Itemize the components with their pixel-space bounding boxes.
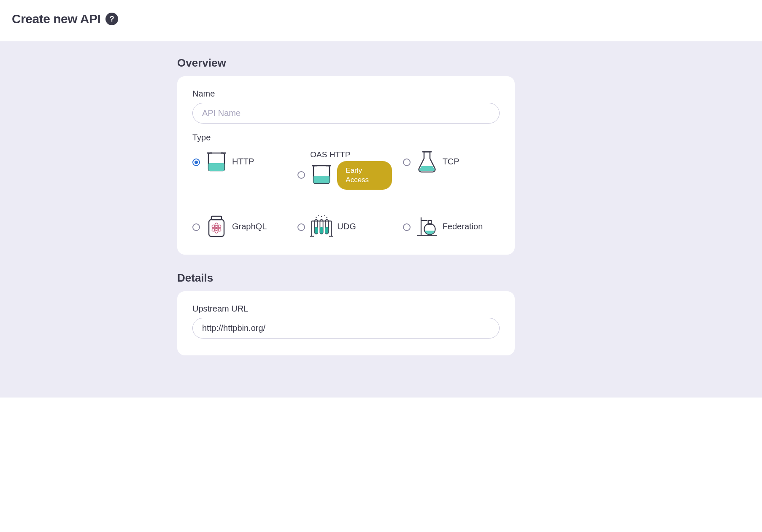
radio-http[interactable]: [192, 159, 200, 166]
upstream-url-input[interactable]: [192, 318, 500, 339]
type-option-http[interactable]: HTTP: [192, 150, 289, 190]
svg-rect-10: [211, 216, 222, 220]
type-label-oas-http: OAS HTTP: [310, 150, 350, 159]
beaker-icon: [310, 163, 333, 185]
radio-graphql[interactable]: [192, 223, 200, 231]
type-option-federation[interactable]: Federation: [403, 215, 500, 238]
early-access-badge: Early Access: [337, 161, 392, 190]
radio-tcp[interactable]: [403, 159, 411, 166]
svg-point-29: [318, 215, 319, 216]
type-option-tcp[interactable]: TCP: [403, 150, 500, 190]
test-tubes-icon: [310, 215, 333, 238]
api-name-input[interactable]: [192, 103, 500, 124]
svg-rect-25: [325, 227, 328, 234]
svg-rect-21: [315, 227, 318, 234]
type-option-udg[interactable]: UDG: [297, 215, 394, 238]
svg-rect-5: [313, 176, 330, 183]
svg-point-26: [316, 217, 317, 218]
svg-point-11: [215, 227, 218, 229]
type-label-graphql: GraphQL: [232, 222, 267, 231]
beaker-icon: [205, 150, 228, 173]
overview-section-title: Overview: [177, 56, 515, 70]
type-label-http: HTTP: [232, 157, 254, 167]
type-option-oas-http[interactable]: OAS HTTP Earl: [297, 150, 394, 190]
svg-rect-1: [208, 163, 224, 171]
type-label-tcp: TCP: [443, 157, 459, 167]
details-card: Upstream URL: [177, 291, 515, 355]
svg-point-28: [327, 217, 328, 218]
type-option-graphql[interactable]: GraphQL: [192, 215, 289, 238]
details-section-title: Details: [177, 271, 515, 285]
overview-card: Name Type: [177, 76, 515, 255]
type-label: Type: [192, 133, 500, 142]
jar-atom-icon: [205, 215, 228, 238]
svg-point-27: [321, 216, 322, 217]
radio-udg[interactable]: [297, 223, 305, 231]
stand-flask-icon: [416, 215, 438, 238]
svg-rect-23: [320, 227, 323, 234]
type-label-federation: Federation: [443, 222, 483, 231]
flask-icon: [416, 150, 438, 173]
name-label: Name: [192, 89, 500, 99]
help-icon[interactable]: ?: [105, 13, 118, 25]
upstream-url-label: Upstream URL: [192, 304, 500, 314]
radio-federation[interactable]: [403, 223, 411, 231]
page-title: Create new API: [12, 12, 100, 26]
svg-point-30: [324, 215, 325, 216]
radio-oas-http[interactable]: [297, 171, 305, 179]
type-label-udg: UDG: [337, 222, 356, 231]
